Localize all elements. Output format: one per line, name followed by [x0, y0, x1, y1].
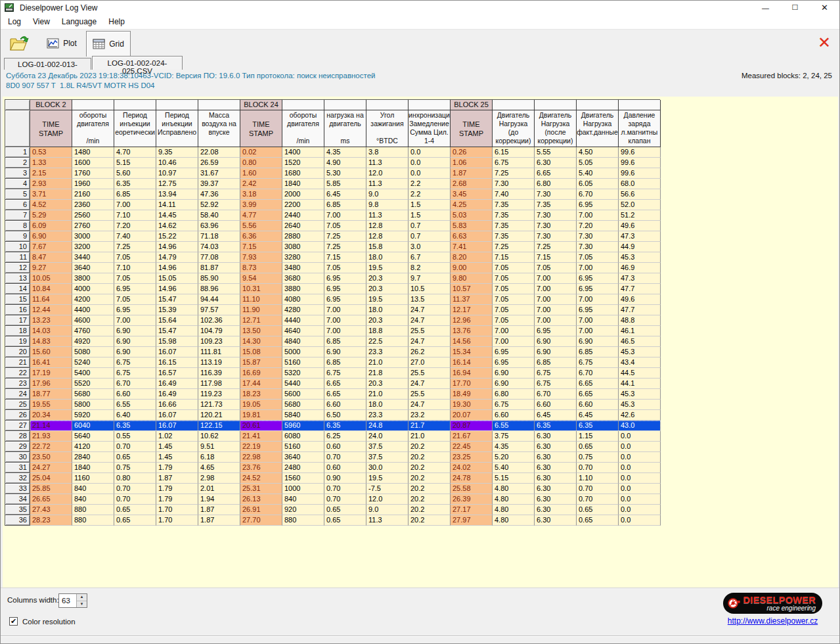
file-tab-1[interactable]: LOG-01-002-024-025.CSV	[92, 56, 183, 70]
grid-cell[interactable]: 0.75	[577, 452, 619, 463]
file-tab-0[interactable]: LOG-01-002-013-024.CSV	[4, 58, 91, 70]
grid-cell[interactable]: 6.30	[535, 484, 577, 494]
grid-cell[interactable]: 5.20	[493, 452, 535, 463]
grid-cell[interactable]: 109.23	[198, 336, 240, 347]
row-number-button[interactable]: 24	[5, 389, 30, 400]
grid-cell[interactable]: 18.0	[366, 252, 409, 263]
grid-cell[interactable]: 7.25	[493, 168, 535, 179]
grid-cell[interactable]: 16.94	[451, 368, 493, 379]
row-number-button[interactable]: 21	[5, 357, 30, 368]
grid-cell[interactable]: 7.00	[535, 273, 577, 284]
grid-cell[interactable]: 6.55	[114, 400, 156, 410]
grid-cell[interactable]: 10.46	[156, 158, 198, 168]
grid-cell[interactable]: 6.95	[114, 284, 156, 294]
grid-cell[interactable]: 6.65	[324, 389, 366, 400]
grid-cell[interactable]: 7.30	[535, 231, 577, 242]
grid-cell[interactable]: 2.42	[240, 179, 282, 189]
grid-cell[interactable]: 6.90	[324, 347, 366, 357]
grid-cell[interactable]: 0.7	[409, 231, 451, 242]
grid-cell[interactable]: 7.25	[493, 242, 535, 252]
grid-cell[interactable]: 1.70	[156, 515, 198, 526]
row-number-button[interactable]: 25	[5, 400, 30, 410]
grid-cell[interactable]: 4600	[72, 315, 114, 326]
grid-cell[interactable]: 6.40	[114, 410, 156, 421]
grid-cell[interactable]: 6.30	[535, 431, 577, 442]
row-number-button[interactable]: 6	[5, 200, 30, 210]
grid-cell[interactable]: 6.90	[493, 379, 535, 389]
columns-width-spinner[interactable]: 63 ▲ ▼	[58, 593, 87, 608]
grid-cell[interactable]: 4.77	[240, 210, 282, 221]
plot-view-button[interactable]: Plot	[43, 34, 81, 53]
grid-cell[interactable]: 7.05	[324, 263, 366, 273]
grid-cell[interactable]: 6.35	[577, 421, 619, 431]
grid-cell[interactable]: 23.50	[30, 452, 72, 463]
grid-cell[interactable]: 5640	[72, 431, 114, 442]
grid-cell[interactable]: 44.9	[619, 242, 661, 252]
row-number-button[interactable]: 34	[5, 494, 30, 505]
grid-cell[interactable]: 6.7	[409, 252, 451, 263]
row-number-button[interactable]: 9	[5, 231, 30, 242]
grid-cell[interactable]: 27.70	[240, 515, 282, 526]
grid-cell[interactable]: 0.60	[324, 442, 366, 452]
grid-cell[interactable]: 7.00	[535, 315, 577, 326]
grid-cell[interactable]: 85.90	[198, 273, 240, 284]
grid-cell[interactable]: 1.87	[451, 168, 493, 179]
grid-cell[interactable]: 5960	[282, 421, 324, 431]
grid-cell[interactable]: 0.0	[619, 515, 661, 526]
grid-cell[interactable]: 10.84	[30, 284, 72, 294]
grid-cell[interactable]: 39.37	[198, 179, 240, 189]
grid-cell[interactable]: 6.75	[493, 400, 535, 410]
columns-width-value[interactable]: 63	[59, 594, 76, 607]
grid-cell[interactable]: 6.70	[535, 389, 577, 400]
grid-cell[interactable]: 7.05	[114, 294, 156, 305]
grid-cell[interactable]: 46.5	[619, 336, 661, 347]
grid-cell[interactable]: 1520	[282, 158, 324, 168]
grid-cell[interactable]: 24.7	[409, 305, 451, 315]
grid-cell[interactable]: 27.97	[451, 515, 493, 526]
grid-cell[interactable]: 7.35	[535, 200, 577, 210]
grid-cell[interactable]: 21.0	[366, 389, 409, 400]
grid-cell[interactable]: 6.90	[577, 336, 619, 347]
grid-cell[interactable]: 3640	[282, 452, 324, 463]
grid-cell[interactable]: 10.62	[198, 431, 240, 442]
grid-cell[interactable]: 0.70	[577, 484, 619, 494]
grid-cell[interactable]: 7.30	[577, 231, 619, 242]
grid-cell[interactable]: 1.79	[156, 494, 198, 505]
grid-cell[interactable]: 7.00	[324, 305, 366, 315]
grid-cell[interactable]: 1160	[72, 473, 114, 484]
grid-cell[interactable]: 6.30	[535, 473, 577, 484]
grid-cell[interactable]: 6.90	[535, 336, 577, 347]
grid-cell[interactable]: 16.66	[156, 400, 198, 410]
grid-cell[interactable]: 5.29	[30, 210, 72, 221]
menu-item-view[interactable]: View	[27, 14, 56, 29]
grid-cell[interactable]: 1.45	[156, 452, 198, 463]
grid-cell[interactable]: 7.25	[324, 242, 366, 252]
grid-cell[interactable]: 6.65	[324, 379, 366, 389]
grid-cell[interactable]: 6.95	[324, 294, 366, 305]
grid-cell[interactable]: 5.40	[493, 463, 535, 473]
grid-cell[interactable]: 6080	[282, 431, 324, 442]
grid-cell[interactable]: 24.52	[240, 473, 282, 484]
grid-cell[interactable]: 22.5	[366, 336, 409, 347]
grid-cell[interactable]: 99.6	[619, 147, 661, 158]
row-number-button[interactable]: 11	[5, 252, 30, 263]
grid-cell[interactable]: 8.2	[409, 263, 451, 273]
grid-cell[interactable]: 77.08	[198, 252, 240, 263]
spinner-down-icon[interactable]: ▼	[77, 601, 87, 608]
grid-cell[interactable]: 43.0	[619, 421, 661, 431]
grid-cell[interactable]: 6.75	[493, 158, 535, 168]
open-log-button[interactable]	[5, 32, 33, 55]
grid-cell[interactable]: 6.95	[493, 347, 535, 357]
grid-cell[interactable]: 2840	[72, 452, 114, 463]
grid-cell[interactable]: 9.35	[156, 147, 198, 158]
grid-cell[interactable]: 6.30	[535, 442, 577, 452]
menu-item-help[interactable]: Help	[102, 14, 131, 29]
row-number-button[interactable]: 3	[5, 168, 30, 179]
grid-cell[interactable]: 5920	[72, 410, 114, 421]
grid-cell[interactable]: 6.35	[535, 421, 577, 431]
row-number-button[interactable]: 28	[5, 431, 30, 442]
row-number-button[interactable]: 16	[5, 305, 30, 315]
grid-cell[interactable]: 4840	[282, 336, 324, 347]
grid-cell[interactable]: 6.75	[114, 368, 156, 379]
grid-cell[interactable]: 0.0	[409, 158, 451, 168]
